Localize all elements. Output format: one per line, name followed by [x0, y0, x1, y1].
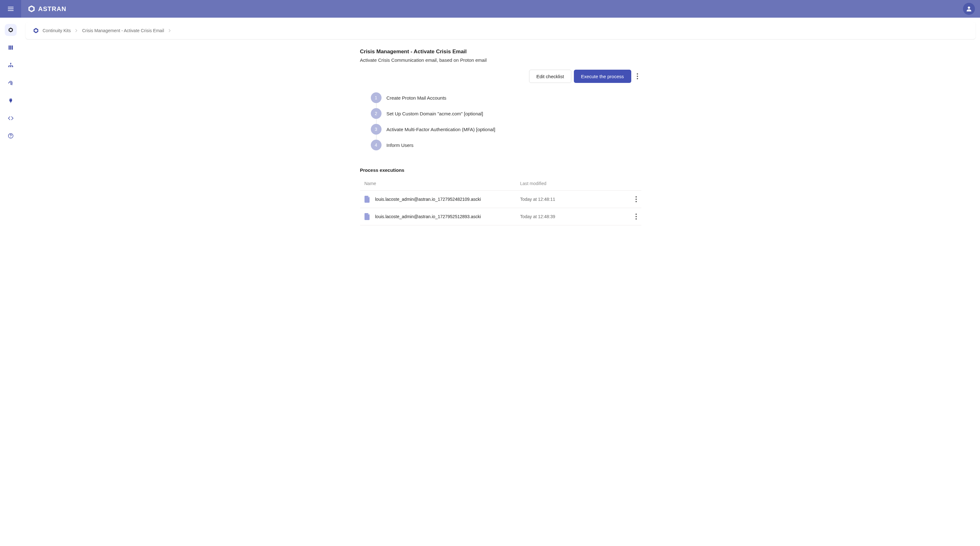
- page-subtitle: Activate Crisis Communication email, bas…: [360, 57, 641, 63]
- hamburger-button[interactable]: [0, 0, 21, 17]
- main-content: Continuity Kits Crisis Management - Acti…: [21, 17, 980, 546]
- execute-process-button[interactable]: Execute the process: [574, 70, 631, 83]
- chevron-right-icon: [167, 28, 172, 33]
- svg-rect-12: [8, 66, 9, 67]
- col-name: Name: [364, 181, 520, 186]
- nav-library[interactable]: [5, 41, 17, 54]
- user-avatar[interactable]: [963, 3, 975, 15]
- org-chart-icon: [8, 62, 14, 68]
- step-label: Create Proton Mail Accounts: [387, 95, 447, 100]
- nav-developers[interactable]: [5, 112, 17, 124]
- checklist-step[interactable]: 1 Create Proton Mail Accounts: [371, 92, 641, 108]
- hexagon-icon: [8, 27, 14, 33]
- svg-rect-11: [10, 63, 11, 64]
- svg-point-25: [635, 201, 636, 202]
- code-icon: [8, 115, 14, 121]
- step-number: 3: [371, 124, 382, 135]
- executions-table: Name Last modified louis.lacoste_admin@a…: [360, 176, 641, 225]
- books-icon: [8, 44, 14, 51]
- execution-modified: Today at 12:48:11: [520, 197, 621, 202]
- svg-rect-10: [12, 45, 13, 49]
- svg-point-5: [968, 6, 970, 9]
- plug-icon: [8, 97, 14, 104]
- more-vert-icon: [635, 196, 637, 202]
- svg-point-26: [635, 214, 636, 215]
- more-vert-icon: [636, 73, 638, 79]
- executions-heading: Process executions: [360, 167, 641, 173]
- page-more-button[interactable]: [634, 70, 641, 83]
- svg-point-28: [635, 219, 636, 220]
- step-label: Set Up Custom Domain "acme.com" [optiona…: [387, 111, 484, 116]
- side-navigation: [0, 17, 21, 546]
- table-row[interactable]: louis.lacoste_admin@astran.io_1727952482…: [360, 191, 641, 208]
- file-icon: [364, 213, 370, 220]
- execution-modified: Today at 12:48:39: [520, 214, 621, 219]
- step-number: 4: [371, 140, 382, 150]
- breadcrumb: Continuity Kits Crisis Management - Acti…: [25, 22, 975, 39]
- breadcrumb-root-icon: [32, 27, 40, 34]
- breadcrumb-link-root[interactable]: Continuity Kits: [43, 28, 71, 33]
- breadcrumb-link-current[interactable]: Crisis Management - Activate Crisis Emai…: [82, 28, 164, 33]
- chevron-right-icon: [74, 28, 79, 33]
- checklist-step[interactable]: 4 Inform Users: [371, 140, 641, 150]
- row-more-button[interactable]: [621, 213, 637, 220]
- svg-point-27: [635, 216, 636, 217]
- svg-rect-13: [10, 66, 11, 67]
- execution-name: louis.lacoste_admin@astran.io_1727952482…: [375, 197, 481, 202]
- svg-point-20: [637, 73, 638, 75]
- more-vert-icon: [635, 213, 637, 220]
- brand-name: ASTRAN: [38, 5, 66, 13]
- svg-point-17: [10, 137, 11, 137]
- nav-integrations[interactable]: [5, 95, 17, 106]
- table-row[interactable]: louis.lacoste_admin@astran.io_1727952512…: [360, 208, 641, 225]
- svg-point-23: [635, 197, 636, 198]
- checklist-step[interactable]: 3 Activate Multi-Factor Authentication (…: [371, 124, 641, 140]
- table-header: Name Last modified: [360, 176, 641, 191]
- svg-rect-8: [8, 45, 10, 49]
- svg-rect-15: [10, 102, 11, 103]
- nav-security[interactable]: [5, 77, 17, 89]
- page-title: Crisis Management - Activate Crisis Emai…: [360, 49, 641, 55]
- hamburger-icon: [7, 5, 14, 12]
- svg-rect-9: [10, 45, 11, 49]
- col-modified: Last modified: [520, 181, 621, 186]
- svg-point-22: [637, 78, 638, 79]
- nav-org[interactable]: [5, 59, 17, 71]
- step-label: Inform Users: [387, 143, 414, 148]
- logo-mark-icon: [27, 5, 36, 13]
- execution-name: louis.lacoste_admin@astran.io_1727952512…: [375, 214, 481, 219]
- app-header: ASTRAN: [0, 0, 980, 17]
- checklist-step[interactable]: 2 Set Up Custom Domain "acme.com" [optio…: [371, 108, 641, 124]
- step-number: 1: [371, 92, 382, 103]
- step-number: 2: [371, 108, 382, 119]
- person-icon: [966, 5, 972, 12]
- nav-help[interactable]: [5, 130, 17, 142]
- file-icon: [364, 196, 370, 203]
- nav-continuity-kits[interactable]: [5, 24, 17, 36]
- edit-checklist-button[interactable]: Edit checklist: [529, 70, 571, 83]
- step-label: Activate Multi-Factor Authentication (MF…: [387, 127, 495, 132]
- fingerprint-icon: [8, 80, 14, 86]
- page-actions: Edit checklist Execute the process: [360, 70, 641, 83]
- svg-rect-14: [12, 66, 13, 67]
- help-icon: [8, 133, 14, 139]
- checklist-steps: 1 Create Proton Mail Accounts 2 Set Up C…: [371, 92, 641, 150]
- brand-logo[interactable]: ASTRAN: [27, 5, 66, 13]
- svg-point-21: [637, 76, 638, 77]
- svg-point-24: [635, 198, 636, 200]
- row-more-button[interactable]: [621, 196, 637, 202]
